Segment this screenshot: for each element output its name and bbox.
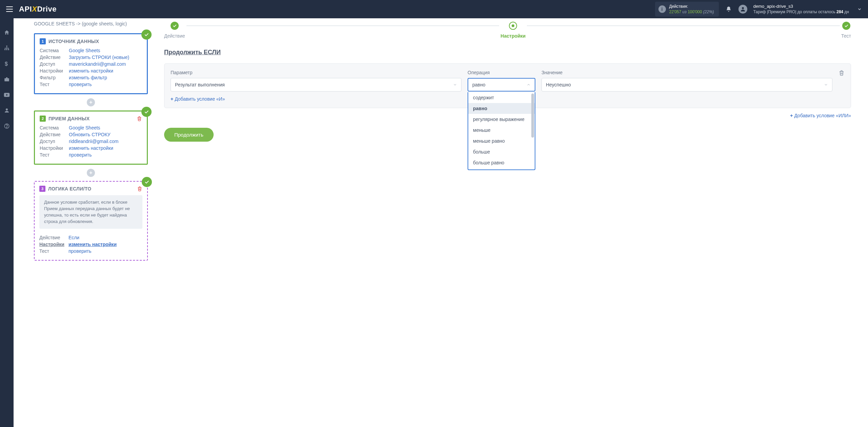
svg-rect-3 <box>6 49 7 50</box>
card-row: Настройкиизменить настройки <box>39 242 142 247</box>
step-number: 2 <box>40 116 46 122</box>
row-key: Действие <box>39 235 68 240</box>
row-value-link[interactable]: изменить настройки <box>69 68 113 74</box>
step-action[interactable]: Действие <box>164 22 185 39</box>
row-key: Тест <box>40 82 69 87</box>
row-value-link[interactable]: riddleandrii@gmail.com <box>69 139 119 144</box>
card-row: Настройкиизменить настройки <box>40 68 142 74</box>
step-number: 3 <box>39 186 45 192</box>
row-value-link[interactable]: Если <box>68 235 79 240</box>
dropdown-option[interactable]: регулярное выражение <box>468 114 535 125</box>
menu-toggle[interactable] <box>6 6 13 12</box>
row-key: Настройки <box>40 68 69 74</box>
svg-point-10 <box>6 127 7 128</box>
dropdown-option[interactable]: больше равно <box>468 157 535 168</box>
chevron-down-icon <box>453 83 457 87</box>
row-key: Доступ <box>40 61 69 67</box>
row-value-link[interactable]: изменить настройки <box>68 242 117 247</box>
row-key: Тест <box>39 248 68 254</box>
user-icon[interactable] <box>3 107 10 114</box>
avatar-icon[interactable] <box>738 5 747 14</box>
chevron-down-icon[interactable] <box>857 7 862 12</box>
notice-text: Данное условие сработает, если в блоке П… <box>39 195 142 229</box>
param-select[interactable]: Результат выполнения <box>171 78 461 92</box>
dollar-icon[interactable]: $ <box>3 60 10 67</box>
side-panel: GOOGLE SHEETS -> (google sheets, logic) … <box>14 18 156 427</box>
card-row: Настройкиизменить настройки <box>40 145 142 151</box>
check-icon <box>142 177 152 187</box>
card-row: Доступmaverickandrii@gmail.com <box>40 61 142 67</box>
dropdown-option[interactable]: содержит <box>468 92 535 103</box>
card-row: ДействиеЗагрузить СТРОКИ (новые) <box>40 55 142 60</box>
operation-dropdown[interactable]: содержитравнорегулярное выражениеменьшем… <box>468 92 535 170</box>
scrollbar[interactable] <box>531 94 534 138</box>
row-key: Настройки <box>39 242 68 247</box>
row-value-link[interactable]: изменить настройки <box>69 145 113 151</box>
logo[interactable]: APIXDrive <box>19 5 57 14</box>
check-icon <box>141 29 152 40</box>
card-row: ДействиеОбновить СТРОКУ <box>40 132 142 137</box>
add-step-button[interactable]: + <box>87 98 95 106</box>
card-row: Тестпроверить <box>40 82 142 87</box>
youtube-icon[interactable] <box>3 92 10 98</box>
row-value-link[interactable]: Загрузить СТРОКИ (новые) <box>69 55 129 60</box>
row-value-link[interactable]: Обновить СТРОКУ <box>69 132 111 137</box>
add-and-condition[interactable]: + Добавить условие «И» <box>171 96 225 102</box>
dropdown-option[interactable]: меньше равно <box>468 136 535 146</box>
value-select[interactable]: Неуспешно <box>541 78 832 92</box>
connections-icon[interactable] <box>3 45 10 52</box>
row-value-link[interactable]: Google Sheets <box>69 125 100 130</box>
card-title: ИСТОЧНИК ДАННЫХ <box>48 39 99 44</box>
dropdown-option[interactable]: равно <box>468 103 535 114</box>
trash-icon[interactable] <box>137 186 142 191</box>
briefcase-icon[interactable] <box>3 76 10 83</box>
card-title: ЛОГИКА ЕСЛИ/ТО <box>48 186 91 191</box>
bell-icon[interactable] <box>725 5 732 13</box>
operation-select[interactable]: равно <box>468 78 535 92</box>
row-key: Действие <box>40 55 69 60</box>
topbar: APIXDrive i Действия: 22'057 из 100'000 … <box>0 0 868 18</box>
info-icon: i <box>658 5 666 13</box>
row-key: Фильтр <box>40 75 69 80</box>
svg-point-0 <box>742 7 744 9</box>
card-row: Доступriddleandrii@gmail.com <box>40 139 142 144</box>
svg-text:$: $ <box>5 61 8 67</box>
step-settings[interactable]: Настройки <box>500 22 526 39</box>
conditions-box: Параметр Результат выполнения Операция р… <box>164 63 851 108</box>
svg-rect-6 <box>4 78 9 81</box>
main-panel: Действие Настройки Тест Продолжить ЕСЛИ … <box>156 18 868 427</box>
dropdown-option[interactable]: меньше <box>468 125 535 136</box>
row-value-link[interactable]: Google Sheets <box>69 48 100 53</box>
card-row: СистемаGoogle Sheets <box>40 125 142 130</box>
row-value-link[interactable]: проверить <box>69 82 92 87</box>
row-value-link[interactable]: проверить <box>69 152 92 158</box>
row-key: Тест <box>40 152 69 158</box>
row-key: Настройки <box>40 145 69 151</box>
trash-icon[interactable] <box>137 116 142 121</box>
dropdown-option[interactable]: пустое <box>468 168 535 170</box>
usage-counter[interactable]: i Действия: 22'057 из 100'000 (22%) <box>655 2 719 17</box>
help-icon[interactable] <box>3 123 10 129</box>
card-title: ПРИЕМ ДАННЫХ <box>48 116 90 121</box>
svg-rect-4 <box>8 49 9 50</box>
add-step-button[interactable]: + <box>87 169 95 177</box>
row-value-link[interactable]: maverickandrii@gmail.com <box>69 61 126 67</box>
row-value-link[interactable]: проверить <box>68 248 92 254</box>
dropdown-option[interactable]: больше <box>468 146 535 157</box>
card-row: СистемаGoogle Sheets <box>40 48 142 53</box>
row-key: Система <box>40 48 69 53</box>
user-block[interactable]: demo_apix-drive_s3 Тариф |Премиум PRO| д… <box>753 4 849 15</box>
row-value-link[interactable]: изменить фильтр <box>69 75 107 80</box>
usage-text: Действия: 22'057 из 100'000 (22%) <box>669 4 714 15</box>
chevron-down-icon <box>824 83 828 87</box>
chevron-up-icon <box>527 83 531 87</box>
check-icon <box>141 107 152 117</box>
row-key: Доступ <box>40 139 69 144</box>
breadcrumb: GOOGLE SHEETS -> (google sheets, logic) <box>34 21 148 26</box>
home-icon[interactable] <box>3 29 10 36</box>
trash-icon[interactable] <box>839 70 845 79</box>
continue-button[interactable]: Продолжить <box>164 128 214 142</box>
add-or-condition[interactable]: + Добавить условие «ИЛИ» <box>790 113 851 118</box>
step-test[interactable]: Тест <box>841 22 851 39</box>
step-number: 1 <box>40 38 46 44</box>
